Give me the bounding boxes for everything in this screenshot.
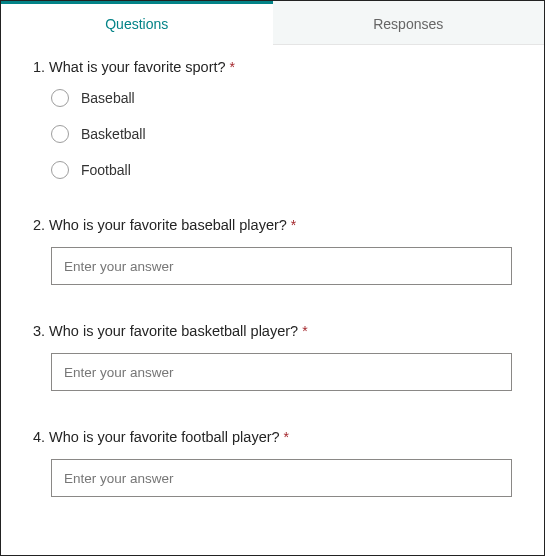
option-label: Football <box>81 162 131 178</box>
question-header: 3. Who is your favorite basketball playe… <box>33 323 512 339</box>
answer-input-2[interactable] <box>51 247 512 285</box>
question-number: 3. <box>33 323 45 339</box>
tab-bar: Questions Responses <box>1 1 544 45</box>
questions-panel: 1. What is your favorite sport? * Baseba… <box>1 45 544 497</box>
form-frame: Questions Responses 1. What is your favo… <box>0 0 545 556</box>
question-number: 2. <box>33 217 45 233</box>
answer-input-4[interactable] <box>51 459 512 497</box>
radio-icon <box>51 89 69 107</box>
question-3: 3. Who is your favorite basketball playe… <box>33 323 512 391</box>
tab-questions[interactable]: Questions <box>1 1 273 45</box>
radio-icon <box>51 161 69 179</box>
option-baseball[interactable]: Baseball <box>51 89 512 107</box>
question-header: 4. Who is your favorite football player?… <box>33 429 512 445</box>
question-text: Who is your favorite baseball player? <box>49 217 287 233</box>
question-text: Who is your favorite basketball player? <box>49 323 298 339</box>
question-number: 1. <box>33 59 45 75</box>
answer-input-3[interactable] <box>51 353 512 391</box>
option-football[interactable]: Football <box>51 161 512 179</box>
tab-responses[interactable]: Responses <box>273 1 545 45</box>
option-basketball[interactable]: Basketball <box>51 125 512 143</box>
question-header: 2. Who is your favorite baseball player?… <box>33 217 512 233</box>
radio-icon <box>51 125 69 143</box>
required-marker: * <box>302 323 307 339</box>
question-1: 1. What is your favorite sport? * Baseba… <box>33 59 512 179</box>
required-marker: * <box>230 59 235 75</box>
option-label: Basketball <box>81 126 146 142</box>
question-number: 4. <box>33 429 45 445</box>
question-text: What is your favorite sport? <box>49 59 226 75</box>
option-label: Baseball <box>81 90 135 106</box>
question-header: 1. What is your favorite sport? * <box>33 59 512 75</box>
required-marker: * <box>284 429 289 445</box>
options-list: Baseball Basketball Football <box>33 89 512 179</box>
question-text: Who is your favorite football player? <box>49 429 280 445</box>
required-marker: * <box>291 217 296 233</box>
question-2: 2. Who is your favorite baseball player?… <box>33 217 512 285</box>
question-4: 4. Who is your favorite football player?… <box>33 429 512 497</box>
